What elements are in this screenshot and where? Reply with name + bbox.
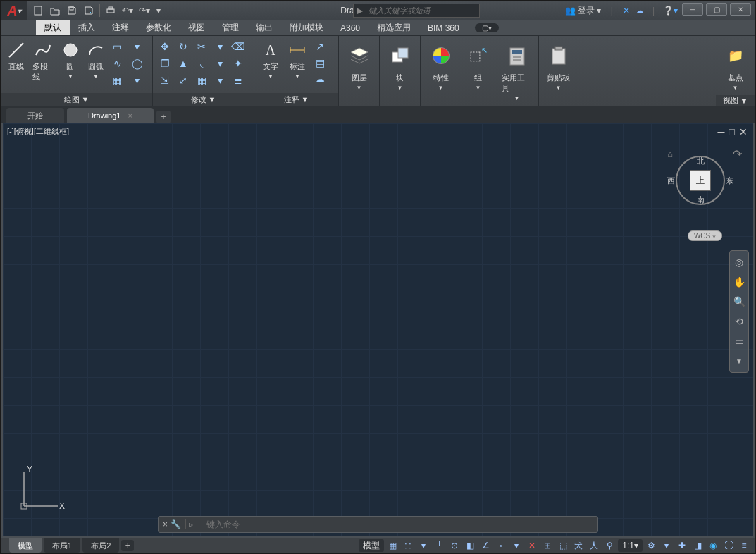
layout-model[interactable]: 模型 <box>9 538 42 553</box>
layer-button[interactable]: 图层▼ <box>345 39 373 92</box>
signin-button[interactable]: 👥 登录 ▾ <box>565 5 601 17</box>
tab-overflow-icon[interactable]: ▢▾ <box>475 23 499 32</box>
command-line[interactable]: × 🔧 ▹_ <box>158 516 598 533</box>
undo-icon[interactable]: ↶▾ <box>120 3 135 18</box>
region-icon[interactable]: ▾ <box>130 73 145 88</box>
status-drop1-icon[interactable]: ▾ <box>416 539 430 552</box>
markup-icon[interactable]: ☁ <box>312 71 328 87</box>
tab-start[interactable]: 开始 <box>6 108 64 123</box>
circle-button[interactable]: 圆▼ <box>59 39 82 81</box>
tab-bim360[interactable]: BIM 360 <box>419 20 468 35</box>
tab-parametric[interactable]: 参数化 <box>137 20 180 35</box>
layout-2[interactable]: 布局2 <box>82 538 119 553</box>
explode-icon[interactable]: ✦ <box>230 56 246 71</box>
array-icon[interactable]: ▦ <box>194 73 209 88</box>
tab-annotate[interactable]: 注释 <box>104 20 137 35</box>
cmd-customize-icon[interactable]: 🔧 <box>171 519 181 529</box>
minimize-button[interactable]: ─ <box>682 3 703 16</box>
status-osnap-icon[interactable]: ∠ <box>478 539 492 552</box>
panel-title-draw[interactable]: 绘图 ▼ <box>1 93 152 106</box>
search-box[interactable]: ▶ <box>353 4 480 18</box>
tab-a360[interactable]: A360 <box>332 20 368 35</box>
status-ortho-icon[interactable]: └ <box>432 539 446 552</box>
properties-button[interactable]: 特性▼ <box>427 39 455 92</box>
tab-output[interactable]: 输出 <box>247 20 281 35</box>
status-ws-icon[interactable]: ◨ <box>690 539 705 552</box>
line-button[interactable]: 直线 <box>5 39 27 73</box>
rect-icon[interactable]: ▭ <box>110 39 125 54</box>
clipboard-button[interactable]: 剪贴板▼ <box>545 39 573 92</box>
search-input[interactable] <box>366 6 479 15</box>
array-drop-icon[interactable]: ▾ <box>212 73 228 88</box>
tab-insert[interactable]: 插入 <box>70 20 104 35</box>
app-menu-button[interactable]: A▾ <box>1 1 27 20</box>
tab-featured[interactable]: 精选应用 <box>368 20 419 35</box>
status-lwt-icon[interactable]: ✕ <box>525 539 539 552</box>
move-icon[interactable]: ✥ <box>157 39 173 54</box>
status-otrack-icon[interactable]: ▫ <box>494 539 508 552</box>
block-button[interactable]: 块▼ <box>386 39 414 92</box>
new-tab-button[interactable]: + <box>156 111 171 123</box>
viewcube-rotate-icon[interactable]: ↷ <box>733 147 742 161</box>
copy-icon[interactable]: ❐ <box>157 56 173 71</box>
open-icon[interactable] <box>47 3 63 18</box>
qat-dropdown-icon[interactable]: ▾ <box>154 3 163 18</box>
viewcube-south[interactable]: 南 <box>697 195 705 205</box>
scale-icon[interactable]: ⤢ <box>175 73 191 88</box>
status-sel-icon[interactable]: ⬚ <box>556 539 570 552</box>
panel-title-modify[interactable]: 修改 ▼ <box>153 93 254 106</box>
a360-icon[interactable]: ☁ <box>636 6 644 16</box>
new-icon[interactable] <box>30 3 46 18</box>
status-drop2-icon[interactable]: ▾ <box>509 539 523 552</box>
arc-button[interactable]: 圆弧▼ <box>85 39 107 81</box>
basepoint-button[interactable]: 📁基点▼ <box>721 39 750 92</box>
help-icon[interactable]: ❔▾ <box>663 6 678 16</box>
status-au-icon[interactable]: ⚲ <box>602 539 616 552</box>
tab-default[interactable]: 默认 <box>36 20 70 35</box>
status-drop3-icon[interactable]: ▾ <box>659 539 674 552</box>
dim-button[interactable]: 标注▼ <box>285 39 309 81</box>
status-ann-icon[interactable]: 人 <box>587 539 601 552</box>
status-clean-icon[interactable]: ⛶ <box>721 539 736 552</box>
status-gear-icon[interactable]: ⚙ <box>644 539 658 552</box>
tab-view[interactable]: 视图 <box>180 20 213 35</box>
status-tran-icon[interactable]: ⊞ <box>540 539 554 552</box>
canvas[interactable]: ⌂ ↷ 上 北 南 西 东 WCS ▿ ◎ ✋ 🔍 ⟲ ▭ ▼ <box>3 123 753 536</box>
viewcube-home-icon[interactable]: ⌂ <box>667 149 673 159</box>
layout-add-button[interactable]: + <box>121 540 134 551</box>
status-model[interactable]: 模型 <box>359 539 384 552</box>
tab-drawing1[interactable]: Drawing1× <box>67 108 154 123</box>
viewcube-west[interactable]: 西 <box>667 176 675 186</box>
mirror-icon[interactable]: ▲ <box>175 56 191 71</box>
status-polar-icon[interactable]: ⊙ <box>447 539 461 552</box>
status-scale[interactable]: 1:1▾ <box>618 539 643 552</box>
viewcube[interactable]: ⌂ ↷ 上 北 南 西 东 WCS ▿ <box>662 136 746 235</box>
trim-icon[interactable]: ✂ <box>194 39 209 54</box>
command-input[interactable] <box>201 519 597 529</box>
fullnav-icon[interactable]: ◎ <box>732 255 746 269</box>
panel-title-annotate[interactable]: 注释 ▼ <box>254 93 338 106</box>
orbit-icon[interactable]: ⟲ <box>732 314 746 328</box>
pan-icon[interactable]: ✋ <box>732 275 746 289</box>
close-button[interactable]: ✕ <box>730 3 751 16</box>
rotate-icon[interactable]: ↻ <box>175 39 191 54</box>
fillet-icon[interactable]: ◟ <box>194 56 209 71</box>
viewcube-north[interactable]: 北 <box>697 156 705 166</box>
utilities-button[interactable]: 实用工具▼ <box>500 39 534 103</box>
status-qi-icon[interactable]: 犬 <box>571 539 585 552</box>
redo-icon[interactable]: ↷▾ <box>137 3 152 18</box>
exchange-icon[interactable]: ✕ <box>623 6 630 16</box>
erase-icon[interactable]: ⌫ <box>230 39 246 54</box>
polyline-button[interactable]: 多段线 <box>30 39 56 84</box>
offset-icon[interactable]: ≣ <box>230 73 246 88</box>
print-icon[interactable] <box>103 3 118 18</box>
close-tab-icon[interactable]: × <box>128 111 132 120</box>
status-hw-icon[interactable]: ◉ <box>706 539 720 552</box>
leader-icon[interactable]: ↗ <box>312 39 328 54</box>
viewcube-east[interactable]: 东 <box>726 176 733 186</box>
navbar-drop-icon[interactable]: ▼ <box>732 354 746 368</box>
maximize-button[interactable]: ▢ <box>706 3 727 16</box>
fillet-drop-icon[interactable]: ▾ <box>212 56 228 71</box>
viewport-label[interactable]: [-][俯视][二维线框] <box>7 126 69 137</box>
text-button[interactable]: A文字▼ <box>259 39 283 81</box>
